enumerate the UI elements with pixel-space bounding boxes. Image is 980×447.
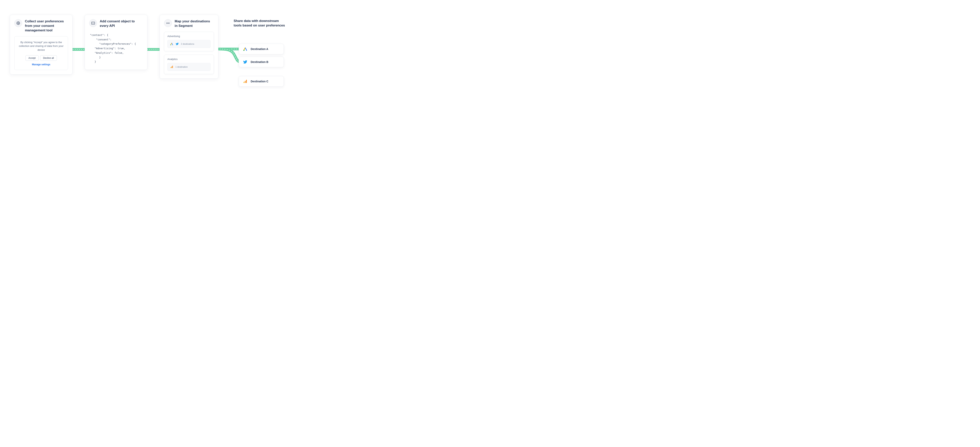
google-ads-icon	[242, 46, 248, 52]
svg-point-6	[243, 50, 245, 51]
destination-a-label: Destination A	[251, 48, 268, 51]
step-collect-title: Collect user preferences from your conse…	[25, 19, 68, 33]
svg-rect-1	[92, 22, 95, 24]
google-ads-icon	[170, 42, 173, 46]
code-icon	[89, 19, 97, 27]
step-share-title: Share data with downstream tools based o…	[234, 19, 286, 28]
arrows-horizontal-icon	[164, 19, 172, 27]
twitter-icon	[242, 59, 248, 65]
step-collect-card: Collect user preferences from your conse…	[10, 15, 73, 75]
consent-text: By clicking "Accept" you agree to the co…	[18, 40, 64, 52]
twitter-icon	[175, 42, 179, 46]
group-advertising: Advertising 2 destinations	[164, 32, 214, 51]
accept-button[interactable]: Accept	[25, 55, 38, 61]
step-add-consent-title: Add consent object to every API	[100, 19, 143, 28]
connector-3	[217, 45, 241, 65]
consent-dialog: By clicking "Accept" you agree to the co…	[14, 36, 68, 70]
svg-rect-7	[243, 82, 244, 83]
group-analytics-count: 1 destination	[175, 66, 188, 68]
svg-rect-3	[170, 67, 171, 68]
gear-icon	[14, 19, 22, 27]
group-advertising-title: Advertising	[167, 35, 210, 38]
step-share-header: Share data with downstream tools based o…	[229, 15, 290, 31]
svg-rect-9	[246, 80, 247, 83]
svg-point-2	[170, 45, 171, 45]
google-analytics-icon	[170, 65, 173, 68]
destination-c-pill: Destination C	[239, 76, 284, 87]
step-map-card: Map your destinations in Segment Adverti…	[159, 15, 218, 79]
destination-c-label: Destination C	[251, 80, 268, 83]
google-analytics-icon	[242, 79, 248, 84]
svg-point-0	[18, 23, 19, 24]
destination-a-pill: Destination A	[239, 44, 284, 54]
decline-all-button[interactable]: Decline all	[40, 55, 57, 61]
step-map-title: Map your destinations in Segment	[175, 19, 214, 28]
destination-b-pill: Destination B	[239, 57, 284, 67]
group-analytics-strip: 1 destination	[167, 63, 210, 71]
destination-b-label: Destination B	[251, 60, 268, 64]
svg-rect-4	[172, 67, 172, 68]
diagram-canvas: Collect user preferences from your conse…	[0, 0, 304, 107]
group-analytics-title: Analytics	[167, 58, 210, 60]
group-advertising-strip: 2 destinations	[167, 40, 210, 48]
svg-rect-5	[172, 66, 173, 68]
group-analytics: Analytics 1 destination	[164, 55, 214, 74]
code-snippet: "context": { "consent": "categoryPrefere…	[89, 32, 143, 65]
group-advertising-count: 2 destinations	[181, 43, 194, 45]
step-add-consent-card: Add consent object to every API "context…	[85, 15, 147, 70]
svg-rect-8	[245, 81, 246, 83]
manage-settings-link[interactable]: Manage settings	[18, 63, 64, 66]
